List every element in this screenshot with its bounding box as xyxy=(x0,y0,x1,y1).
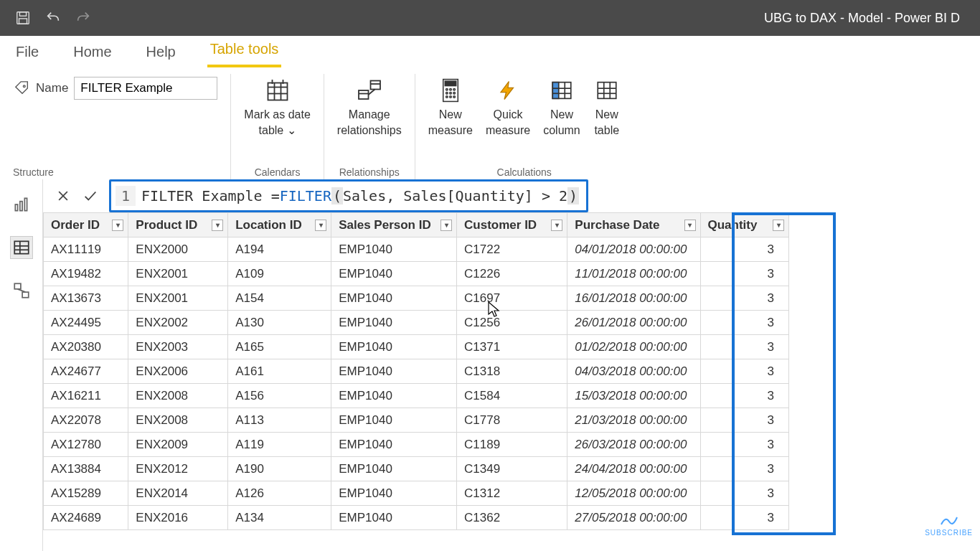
cell[interactable]: AX15289 xyxy=(44,481,128,506)
cell[interactable]: EMP1040 xyxy=(331,384,457,408)
cell[interactable]: AX24677 xyxy=(44,359,128,384)
cell[interactable]: AX13884 xyxy=(44,457,128,481)
column-header[interactable]: Location ID▾ xyxy=(228,213,331,237)
cell[interactable]: A165 xyxy=(228,335,331,359)
cell[interactable]: ENX2008 xyxy=(128,408,228,433)
column-header[interactable]: Purchase Date▾ xyxy=(567,213,700,237)
cell[interactable]: A134 xyxy=(228,506,331,530)
column-header[interactable]: Sales Person ID▾ xyxy=(331,213,457,237)
table-row[interactable]: AX22078ENX2008A113EMP1040C177821/03/2018… xyxy=(44,408,789,433)
cell[interactable]: EMP1040 xyxy=(331,237,457,262)
cell[interactable]: ENX2012 xyxy=(128,457,228,481)
cell[interactable]: 21/03/2018 00:00:00 xyxy=(567,408,700,433)
cell[interactable]: ENX2000 xyxy=(128,237,228,262)
cell[interactable]: 16/01/2018 00:00:00 xyxy=(567,286,700,311)
cell[interactable]: EMP1040 xyxy=(331,311,457,335)
table-row[interactable]: AX24689ENX2016A134EMP1040C136227/05/2018… xyxy=(44,506,789,530)
cell[interactable]: 3 xyxy=(700,433,788,457)
cell[interactable]: AX16211 xyxy=(44,384,128,408)
cell[interactable]: AX24495 xyxy=(44,311,128,335)
cell[interactable]: A130 xyxy=(228,311,331,335)
cell[interactable]: 3 xyxy=(700,237,788,262)
filter-dropdown-icon[interactable]: ▾ xyxy=(773,220,784,231)
cell[interactable]: 3 xyxy=(700,506,788,530)
table-row[interactable]: AX24677ENX2006A161EMP1040C131804/03/2018… xyxy=(44,359,789,384)
cell[interactable]: A119 xyxy=(228,433,331,457)
cell[interactable]: 27/05/2018 00:00:00 xyxy=(567,506,700,530)
cell[interactable]: EMP1040 xyxy=(331,408,457,433)
table-row[interactable]: AX11119ENX2000A194EMP1040C172204/01/2018… xyxy=(44,237,789,262)
cell[interactable]: ENX2006 xyxy=(128,359,228,384)
cell[interactable]: A154 xyxy=(228,286,331,311)
cell[interactable]: ENX2001 xyxy=(128,286,228,311)
column-header[interactable]: Customer ID▾ xyxy=(457,213,567,237)
cell[interactable]: C1312 xyxy=(457,481,567,506)
cell[interactable]: A109 xyxy=(228,262,331,286)
cell[interactable]: AX13673 xyxy=(44,286,128,311)
table-name-input[interactable] xyxy=(74,77,217,100)
cell[interactable]: C1226 xyxy=(457,262,567,286)
cell[interactable]: A194 xyxy=(228,237,331,262)
cell[interactable]: 26/03/2018 00:00:00 xyxy=(567,433,700,457)
cell[interactable]: AX11119 xyxy=(44,237,128,262)
cell[interactable]: ENX2003 xyxy=(128,335,228,359)
table-row[interactable]: AX16211ENX2008A156EMP1040C158415/03/2018… xyxy=(44,384,789,408)
cell[interactable]: 01/02/2018 00:00:00 xyxy=(567,335,700,359)
new-column-button[interactable]: New column xyxy=(543,74,580,138)
cell[interactable]: A161 xyxy=(228,359,331,384)
cell[interactable]: 24/04/2018 00:00:00 xyxy=(567,457,700,481)
redo-icon[interactable] xyxy=(75,9,92,27)
table-row[interactable]: AX12780ENX2009A119EMP1040C118926/03/2018… xyxy=(44,433,789,457)
cell[interactable]: ENX2008 xyxy=(128,384,228,408)
cell[interactable]: EMP1040 xyxy=(331,286,457,311)
cell[interactable]: AX19482 xyxy=(44,262,128,286)
cell[interactable]: C1371 xyxy=(457,335,567,359)
cell[interactable]: EMP1040 xyxy=(331,359,457,384)
column-header[interactable]: Quantity▾ xyxy=(700,213,788,237)
table-row[interactable]: AX19482ENX2001A109EMP1040C122611/01/2018… xyxy=(44,262,789,286)
cell[interactable]: C1349 xyxy=(457,457,567,481)
cell[interactable]: C1584 xyxy=(457,384,567,408)
cell[interactable]: EMP1040 xyxy=(331,457,457,481)
cell[interactable]: A156 xyxy=(228,384,331,408)
filter-dropdown-icon[interactable]: ▾ xyxy=(315,220,326,231)
cell[interactable]: AX12780 xyxy=(44,433,128,457)
cell[interactable]: 3 xyxy=(700,311,788,335)
report-view-icon[interactable] xyxy=(11,194,32,215)
cell[interactable]: 3 xyxy=(700,457,788,481)
column-header[interactable]: Order ID▾ xyxy=(44,213,128,237)
cancel-formula-icon[interactable] xyxy=(55,187,72,204)
table-row[interactable]: AX13673ENX2001A154EMP1040C169716/01/2018… xyxy=(44,286,789,311)
quick-measure-button[interactable]: Quick measure xyxy=(486,74,530,138)
table-row[interactable]: AX20380ENX2003A165EMP1040C137101/02/2018… xyxy=(44,335,789,359)
new-measure-button[interactable]: New measure xyxy=(428,74,473,138)
menu-table-tools[interactable]: Table tools xyxy=(207,35,282,67)
cell[interactable]: 3 xyxy=(700,359,788,384)
manage-relationships-button[interactable]: Manage relationships xyxy=(337,74,402,138)
cell[interactable]: C1722 xyxy=(457,237,567,262)
table-row[interactable]: AX15289ENX2014A126EMP1040C131212/05/2018… xyxy=(44,481,789,506)
cell[interactable]: C1318 xyxy=(457,359,567,384)
cell[interactable]: C1778 xyxy=(457,408,567,433)
mark-as-date-table-button[interactable]: Mark as date table ⌄ xyxy=(244,74,310,138)
data-grid[interactable]: Order ID▾Product ID▾Location ID▾Sales Pe… xyxy=(43,212,789,530)
filter-dropdown-icon[interactable]: ▾ xyxy=(440,220,452,231)
filter-dropdown-icon[interactable]: ▾ xyxy=(684,220,696,231)
table-row[interactable]: AX24495ENX2002A130EMP1040C125626/01/2018… xyxy=(44,311,789,335)
menu-help[interactable]: Help xyxy=(143,38,179,67)
model-view-icon[interactable] xyxy=(11,280,32,301)
menu-file[interactable]: File xyxy=(13,38,42,67)
cell[interactable]: 04/03/2018 00:00:00 xyxy=(567,359,700,384)
cell[interactable]: EMP1040 xyxy=(331,262,457,286)
new-table-button[interactable]: New table xyxy=(593,74,621,138)
formula-input[interactable]: 1 FILTER Example = FILTER ( Sales, Sales… xyxy=(109,179,588,212)
cell[interactable]: 26/01/2018 00:00:00 xyxy=(567,311,700,335)
cell[interactable]: ENX2002 xyxy=(128,311,228,335)
menu-home[interactable]: Home xyxy=(70,38,114,67)
save-icon[interactable] xyxy=(14,9,32,27)
table-row[interactable]: AX13884ENX2012A190EMP1040C134924/04/2018… xyxy=(44,457,789,481)
cell[interactable]: 3 xyxy=(700,481,788,506)
cell[interactable]: ENX2009 xyxy=(128,433,228,457)
filter-dropdown-icon[interactable]: ▾ xyxy=(212,220,223,231)
cell[interactable]: 12/05/2018 00:00:00 xyxy=(567,481,700,506)
